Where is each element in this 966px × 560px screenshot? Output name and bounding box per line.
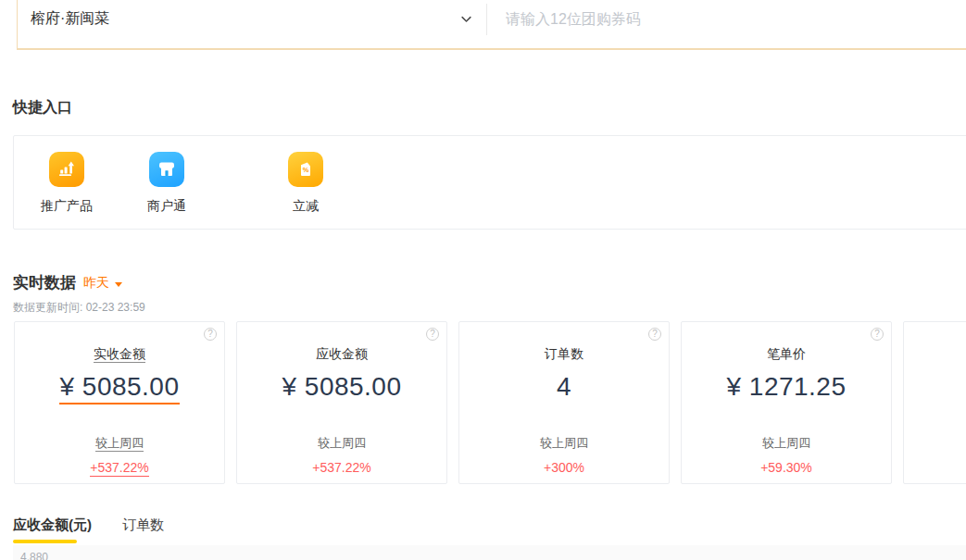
stat-card-value: ¥ 5085.00	[59, 372, 179, 404]
quick-entry-label: 商户通	[147, 198, 186, 215]
stat-card-value: 4	[557, 372, 571, 401]
data-update-time: 数据更新时间: 02-23 23:59	[13, 300, 145, 316]
y-axis-tick-label: 4,880	[20, 551, 48, 560]
help-icon[interactable]: ?	[204, 328, 217, 341]
quick-entry-card: 推广产品 商户通 % 立减	[13, 135, 966, 230]
tab-label: 应收金额(元)	[13, 516, 92, 532]
stat-card-change: +537.22%	[312, 460, 370, 475]
help-icon[interactable]: ?	[426, 328, 439, 341]
coupon-verify-bar: 榕府·新闽菜	[17, 0, 966, 50]
merchant-dashboard-page: 榕府·新闽菜 快捷入口 推广产品	[0, 0, 966, 560]
stat-card-actual-amount[interactable]: ? 实收金额 ¥ 5085.00 较上周四 +537.22%	[14, 321, 225, 484]
stat-cards-row: ? 实收金额 ¥ 5085.00 较上周四 +537.22% ? 应收金额 ¥ …	[14, 321, 966, 484]
quick-entry-title: 快捷入口	[13, 98, 72, 118]
stat-card-change: +59.30%	[760, 460, 812, 475]
coupon-code-input[interactable]	[487, 0, 966, 48]
stat-card-compare-label: 较上周四	[95, 436, 144, 452]
store-selector-value: 榕府·新闽菜	[31, 9, 109, 29]
quick-entry-item-discount[interactable]: % 立减	[270, 152, 341, 215]
stat-card-label: 笔单价	[767, 346, 806, 361]
chart-tabs: 应收金额(元) 订单数	[13, 516, 164, 543]
bar-chart-up-icon	[49, 152, 84, 187]
date-filter-dropdown[interactable]: 昨天	[83, 275, 122, 292]
active-tab-underline	[13, 540, 77, 543]
stat-card-receivable-amount[interactable]: ? 应收金额 ¥ 5085.00 较上周四 +537.22%	[236, 321, 447, 484]
stat-card-order-count[interactable]: ? 订单数 4 较上周四 +300%	[458, 321, 670, 484]
help-icon[interactable]: ?	[871, 328, 884, 341]
svg-text:%: %	[303, 166, 309, 174]
chevron-down-icon	[459, 12, 473, 26]
stat-card-compare-label: 较上周四	[318, 436, 366, 450]
stat-card-value: ¥ 1271.25	[726, 372, 846, 401]
date-filter-value: 昨天	[83, 275, 109, 292]
quick-entry-item-merchant[interactable]: 商户通	[132, 152, 202, 215]
realtime-title: 实时数据	[13, 272, 76, 293]
stat-card-avg-order-value[interactable]: ? 笔单价 ¥ 1271.25 较上周四 +59.30%	[681, 321, 892, 484]
help-icon[interactable]: ?	[648, 328, 661, 341]
quick-entry-label: 推广产品	[41, 198, 93, 215]
tab-receivable-amount[interactable]: 应收金额(元)	[13, 516, 92, 543]
chart-area: 4,880	[13, 545, 966, 560]
stat-card-partial[interactable]	[903, 321, 966, 484]
tab-label: 订单数	[122, 516, 164, 532]
storefront-icon	[149, 152, 184, 187]
quick-entry-item-promote[interactable]: 推广产品	[31, 152, 102, 215]
stat-card-change: +300%	[544, 460, 584, 475]
stat-card-compare-label: 较上周四	[762, 436, 810, 450]
stat-card-label: 订单数	[545, 346, 583, 361]
stat-card-label: 应收金额	[316, 346, 368, 361]
caret-down-icon	[115, 282, 122, 287]
store-selector[interactable]: 榕府·新闽菜	[18, 0, 486, 48]
stat-card-change: +537.22%	[90, 460, 148, 477]
stat-card-compare-label: 较上周四	[540, 436, 588, 450]
discount-tag-icon: %	[288, 152, 323, 187]
stat-card-label: 实收金额	[94, 346, 145, 363]
tab-order-count[interactable]: 订单数	[122, 516, 164, 543]
stat-card-value: ¥ 5085.00	[282, 372, 401, 401]
quick-entry-label: 立减	[293, 198, 319, 215]
